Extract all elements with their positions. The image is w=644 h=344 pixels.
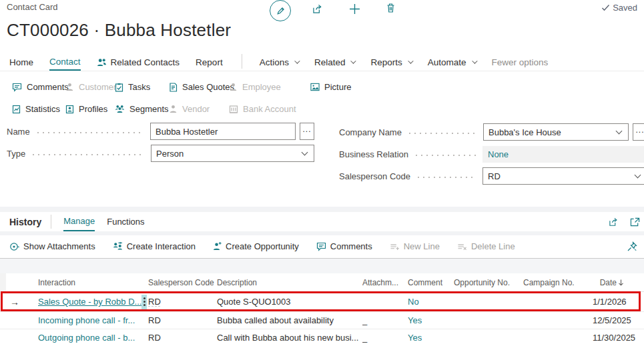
tab-manage[interactable]: Manage bbox=[63, 212, 95, 231]
date-cell[interactable]: 12/5/2025 bbox=[593, 315, 644, 325]
menu-reports[interactable]: Reports bbox=[370, 53, 411, 71]
tasks-button[interactable]: Tasks bbox=[115, 82, 169, 92]
comment-icon bbox=[12, 83, 22, 92]
interaction-link[interactable]: Sales Quote - by Robb D... bbox=[38, 297, 141, 307]
attachment-toggle-icon bbox=[9, 242, 19, 251]
dotted-leader bbox=[414, 155, 476, 156]
add-button[interactable] bbox=[349, 3, 360, 15]
name-input[interactable]: Bubba Hostetler bbox=[150, 123, 296, 140]
interaction-link[interactable]: Incoming phone call - fr... bbox=[38, 315, 135, 325]
company-name-field-row: Company Name Bubba's Ice House ... bbox=[339, 123, 644, 141]
business-relation-value[interactable]: None bbox=[482, 146, 644, 163]
column-header-comment[interactable]: Comment bbox=[408, 278, 454, 287]
menu-automate[interactable]: Automate bbox=[428, 53, 476, 71]
chevron-down-icon bbox=[351, 58, 356, 63]
history-divider bbox=[51, 215, 51, 229]
column-header-attachment[interactable]: Attachm... bbox=[362, 278, 408, 287]
menu-related[interactable]: Related bbox=[314, 53, 355, 71]
type-field-row: Type Person bbox=[7, 145, 314, 162]
column-header-opportunity[interactable]: Opportunity No. bbox=[454, 278, 523, 287]
share-icon[interactable] bbox=[609, 217, 619, 227]
new-line-button: New Line bbox=[390, 241, 440, 251]
salesperson-cell[interactable]: RD bbox=[148, 333, 217, 343]
menu-bar: Home Contact Related Contacts Report Act… bbox=[0, 53, 644, 71]
chevron-down-icon bbox=[616, 128, 623, 135]
edit-button[interactable] bbox=[270, 0, 291, 21]
date-cell[interactable]: 1/1/2026 bbox=[593, 297, 644, 307]
interaction-link[interactable]: Outgoing phone call - b... bbox=[38, 333, 135, 343]
employee-button: Employee bbox=[229, 82, 294, 92]
company-name-combo[interactable]: Bubba's Ice House bbox=[483, 123, 629, 141]
history-header: History Manage Functions bbox=[0, 212, 644, 231]
bank-icon bbox=[229, 105, 238, 114]
salesperson-drilldown[interactable]: RD bbox=[148, 297, 161, 307]
comment-link[interactable]: Yes bbox=[408, 315, 422, 325]
table-row[interactable]: Incoming phone call - fr... RD Bubba cal… bbox=[0, 311, 644, 329]
create-opportunity-button[interactable]: Create Opportunity bbox=[213, 241, 299, 251]
trash-icon bbox=[386, 3, 396, 13]
name-field-row: Name Bubba Hostetler ... bbox=[7, 123, 314, 140]
sales-quotes-button[interactable]: Sales Quotes bbox=[169, 82, 229, 92]
document-icon bbox=[169, 83, 178, 92]
comments-button[interactable]: Comments bbox=[12, 82, 65, 92]
description-cell[interactable]: Quote S-QUO1003 bbox=[217, 297, 362, 307]
history-toolbar: Show Attachments Create Interaction Crea… bbox=[0, 235, 644, 257]
comment-link[interactable]: Yes bbox=[408, 333, 422, 343]
column-header-interaction[interactable]: Interaction bbox=[29, 278, 148, 287]
column-header-campaign[interactable]: Campaign No. bbox=[523, 278, 593, 287]
comment-link[interactable]: No bbox=[408, 297, 419, 307]
person-icon bbox=[169, 105, 178, 113]
row-menu-button[interactable] bbox=[141, 295, 147, 309]
chevron-down-icon bbox=[472, 58, 477, 63]
chevron-down-icon bbox=[294, 58, 300, 63]
dotted-leader bbox=[31, 154, 144, 155]
active-row-indicator: → bbox=[0, 297, 29, 307]
tab-contact[interactable]: Contact bbox=[49, 53, 81, 71]
tab-functions[interactable]: Functions bbox=[107, 212, 144, 231]
menu-actions[interactable]: Actions bbox=[260, 53, 298, 71]
table-row[interactable]: Outgoing phone call - b... RD Call with … bbox=[0, 329, 644, 344]
pin-icon[interactable] bbox=[627, 241, 637, 252]
menu-fewer-options[interactable]: Fewer options bbox=[492, 53, 549, 71]
column-header-description[interactable]: Description bbox=[217, 278, 362, 287]
profiles-button[interactable]: Profiles bbox=[65, 104, 115, 114]
type-select[interactable]: Person bbox=[151, 145, 314, 162]
name-label: Name bbox=[7, 127, 30, 137]
tab-related-contacts[interactable]: Related Contacts bbox=[97, 53, 180, 71]
attachment-cell[interactable]: _ bbox=[362, 333, 408, 343]
people-icon bbox=[97, 58, 107, 67]
dotted-leader bbox=[35, 132, 143, 133]
create-interaction-button[interactable]: Create Interaction bbox=[113, 241, 196, 251]
salesperson-code-select[interactable]: RD bbox=[482, 167, 644, 185]
interaction-people-icon bbox=[113, 242, 123, 251]
task-checklist-icon bbox=[115, 83, 123, 92]
person-icon bbox=[65, 83, 74, 91]
column-header-date[interactable]: Date bbox=[593, 278, 644, 287]
tab-home[interactable]: Home bbox=[9, 53, 33, 71]
table-row[interactable]: → Sales Quote - by Robb D... RD Quote S-… bbox=[0, 293, 644, 311]
name-more-button[interactable]: ... bbox=[300, 123, 314, 140]
company-name-label: Company Name bbox=[339, 127, 402, 137]
segments-button[interactable]: Segments bbox=[115, 104, 169, 114]
picture-button[interactable]: Picture bbox=[310, 82, 351, 92]
share-button[interactable] bbox=[312, 4, 324, 14]
company-name-more-button[interactable]: ... bbox=[633, 123, 644, 141]
column-header-salesperson[interactable]: Salesperson Code bbox=[148, 278, 217, 287]
salesperson-cell[interactable]: RD bbox=[148, 315, 217, 325]
delete-line-button: Delete Line bbox=[457, 241, 515, 251]
group-icon bbox=[115, 105, 125, 113]
plus-icon bbox=[349, 3, 360, 15]
date-cell[interactable]: 11/30/2025 bbox=[593, 333, 644, 343]
description-cell[interactable]: Bubba called about availability bbox=[217, 315, 362, 325]
open-in-window-icon[interactable] bbox=[630, 217, 640, 227]
show-attachments-button[interactable]: Show Attachments bbox=[9, 241, 95, 251]
tab-report[interactable]: Report bbox=[196, 53, 223, 71]
description-cell[interactable]: Call with Bubba about his new busi... bbox=[217, 333, 362, 343]
saved-label: Saved bbox=[613, 3, 637, 13]
statistics-button[interactable]: Statistics bbox=[12, 104, 65, 114]
top-bar: Contact Card Saved bbox=[0, 0, 644, 20]
delete-button[interactable] bbox=[386, 3, 396, 13]
picture-icon bbox=[310, 83, 320, 91]
comments-line-button[interactable]: Comments bbox=[316, 241, 372, 251]
attachment-cell[interactable]: _ bbox=[362, 315, 408, 325]
